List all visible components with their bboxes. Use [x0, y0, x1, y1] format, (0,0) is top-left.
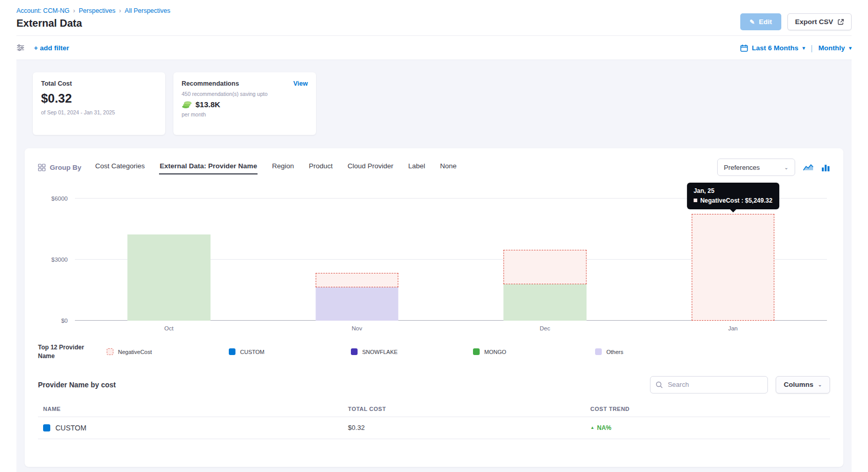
- legend-swatch: [351, 348, 358, 355]
- row-total-cost: $0.32: [348, 424, 590, 431]
- breadcrumb-account-link[interactable]: Account: CCM-NG: [16, 7, 70, 14]
- legend-item-others[interactable]: Others: [595, 348, 717, 355]
- recommendations-card[interactable]: Recommendations View 450 recommendation(…: [173, 72, 316, 135]
- bar-segment-others[interactable]: [315, 287, 398, 321]
- recommendations-cadence: per month: [182, 111, 308, 117]
- tab-external-data-provider-name[interactable]: External Data: Provider Name: [159, 160, 258, 174]
- tab-product[interactable]: Product: [308, 160, 333, 174]
- search-box: [650, 376, 768, 394]
- bar-chart-icon[interactable]: [821, 163, 830, 172]
- chevron-down-icon: ⌄: [784, 165, 788, 170]
- columns-button-label: Columns: [784, 381, 814, 388]
- row-name-cell: CUSTOM: [43, 424, 348, 432]
- export-csv-button[interactable]: Export CSV: [787, 13, 852, 30]
- x-axis-label: Oct: [75, 325, 263, 331]
- bar-oct[interactable]: Oct: [75, 199, 263, 321]
- legend-label: SNOWFLAKE: [362, 349, 398, 355]
- recommendations-description: 450 recommendation(s) saving upto: [182, 91, 308, 97]
- tab-region[interactable]: Region: [271, 160, 294, 174]
- external-link-icon: [838, 19, 844, 25]
- column-header-total-cost[interactable]: TOTAL COST: [348, 406, 590, 412]
- date-range-dropdown[interactable]: Last 6 Months: [752, 44, 799, 52]
- y-axis-tick: $3000: [51, 257, 68, 263]
- columns-button[interactable]: Columns ⌄: [776, 376, 830, 394]
- chevron-down-icon: ⌄: [818, 382, 822, 387]
- tab-label[interactable]: Label: [408, 160, 426, 174]
- table-tools: Columns ⌄: [650, 376, 830, 394]
- area-chart-icon[interactable]: [803, 163, 814, 172]
- legend-swatch: [595, 348, 602, 355]
- header-actions: ✎ Edit Export CSV: [740, 13, 852, 30]
- export-csv-label: Export CSV: [795, 18, 833, 26]
- bar-jan[interactable]: Jan: [639, 199, 827, 321]
- preferences-dropdown[interactable]: Preferences ⌄: [717, 159, 795, 176]
- legend-label: MONGO: [484, 349, 506, 355]
- row-color-swatch: [43, 424, 50, 431]
- breadcrumb-perspectives-link[interactable]: Perspectives: [79, 7, 116, 14]
- provider-cost-table: NAME TOTAL COST COST TREND CUSTOM$0.32▲N…: [38, 402, 830, 439]
- recommendations-amount: $13.8K: [195, 100, 220, 109]
- edit-button[interactable]: ✎ Edit: [740, 13, 781, 30]
- tab-cloud-provider[interactable]: Cloud Provider: [347, 160, 393, 174]
- breadcrumb: Account: CCM-NG › Perspectives › All Per…: [16, 7, 170, 14]
- y-axis-tick: $6000: [51, 195, 68, 202]
- granularity-dropdown[interactable]: Monthly: [818, 44, 845, 52]
- tab-none[interactable]: None: [440, 160, 457, 174]
- tooltip-title: Jan, 25: [694, 187, 773, 194]
- filter-sliders-icon[interactable]: [16, 44, 25, 51]
- legend-item-mongo[interactable]: MONGO: [473, 348, 595, 355]
- search-input[interactable]: [650, 376, 768, 394]
- chart-tooltip: Jan, 25 NegativeCost : $5,249.32: [687, 183, 779, 209]
- legend-swatch: [107, 348, 113, 355]
- bar-segment-mongo[interactable]: [128, 234, 210, 321]
- group-by-row: Group By Cost CategoriesExternal Data: P…: [38, 159, 830, 176]
- table-header-row: Provider Name by cost Columns ⌄: [38, 376, 830, 394]
- filter-right: Last 6 Months ▾ | Monthly ▾: [740, 44, 852, 52]
- breadcrumb-separator-icon: ›: [119, 7, 121, 14]
- column-header-name[interactable]: NAME: [43, 406, 348, 412]
- total-cost-label: Total Cost: [41, 80, 157, 87]
- filter-left: + add filter: [16, 44, 69, 52]
- legend-swatch: [473, 348, 480, 355]
- bar-nov[interactable]: Nov: [263, 199, 451, 321]
- total-cost-value: $0.32: [41, 91, 157, 106]
- table-row[interactable]: CUSTOM$0.32▲NA%: [38, 417, 830, 439]
- breadcrumb-separator-icon: ›: [73, 7, 75, 14]
- perspective-panel: Group By Cost CategoriesExternal Data: P…: [25, 148, 843, 467]
- bar-segment-mongo[interactable]: [504, 284, 586, 321]
- calendar-icon: [740, 44, 748, 52]
- filter-bar: + add filter Last 6 Months ▾ | Monthly ▾: [16, 36, 852, 60]
- page-title: External Data: [16, 17, 170, 29]
- legend-item-custom[interactable]: CUSTOM: [229, 348, 351, 355]
- chevron-down-icon[interactable]: ▾: [802, 45, 805, 51]
- legend-items: NegativeCostCUSTOMSNOWFLAKEMONGOOthers: [107, 348, 830, 355]
- chart-plot: Jan, 25 NegativeCost : $5,249.32 $0$3000…: [75, 199, 827, 321]
- legend-label: Others: [606, 349, 623, 355]
- bar-dec[interactable]: Dec: [451, 199, 639, 321]
- search-icon: [656, 381, 663, 388]
- breadcrumb-all-perspectives-link[interactable]: All Perspectives: [125, 7, 170, 14]
- divider: |: [811, 44, 813, 52]
- legend-swatch: [229, 348, 235, 355]
- column-header-cost-trend[interactable]: COST TREND: [590, 406, 825, 412]
- total-cost-card[interactable]: Total Cost $0.32 of Sep 01, 2024 - Jan 3…: [33, 72, 165, 135]
- preferences-label: Preferences: [724, 164, 760, 171]
- chart-legend: Top 12 Provider Name NegativeCostCUSTOMS…: [38, 343, 830, 361]
- x-axis-label: Jan: [639, 325, 827, 331]
- y-axis-tick: $0: [61, 318, 68, 324]
- bar-segment-negativecost[interactable]: [692, 214, 774, 321]
- cost-chart: Jan, 25 NegativeCost : $5,249.32 $0$3000…: [38, 199, 830, 336]
- chart-controls: Preferences ⌄: [717, 159, 830, 176]
- legend-item-negativecost[interactable]: NegativeCost: [107, 348, 229, 355]
- money-stack-icon: [182, 101, 192, 109]
- add-filter-button[interactable]: + add filter: [34, 44, 69, 52]
- legend-item-snowflake[interactable]: SNOWFLAKE: [351, 348, 473, 355]
- bar-segment-negativecost[interactable]: [504, 250, 586, 284]
- bar-segment-negativecost[interactable]: [315, 273, 398, 287]
- tab-cost-categories[interactable]: Cost Categories: [95, 160, 146, 174]
- page-header: Account: CCM-NG › Perspectives › All Per…: [16, 7, 852, 36]
- legend-title: Top 12 Provider Name: [38, 343, 98, 361]
- recommendations-view-link[interactable]: View: [293, 80, 308, 87]
- chevron-down-icon[interactable]: ▾: [849, 45, 852, 51]
- total-cost-period: of Sep 01, 2024 - Jan 31, 2025: [41, 109, 157, 115]
